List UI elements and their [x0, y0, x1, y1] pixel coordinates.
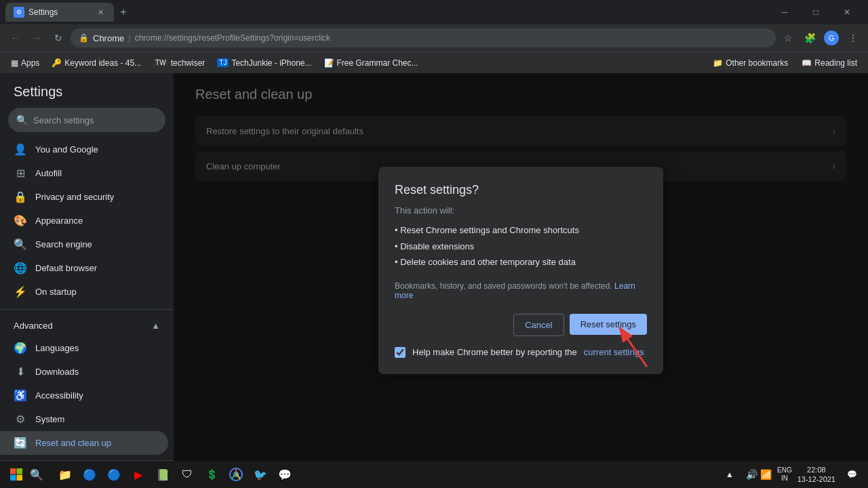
taskbar-twitter-icon[interactable]: 🐦: [250, 464, 271, 485]
sidebar-item-on-startup[interactable]: ⚡ On startup: [0, 280, 168, 304]
bookmark-techjunkie[interactable]: TJ TechJunkie - iPhone...: [212, 56, 317, 70]
region-text: IN: [781, 474, 788, 483]
taskbar-btt-icon[interactable]: 💲: [201, 464, 222, 485]
date-text: 13-12-2021: [797, 474, 835, 484]
bookmark-apps-label: Apps: [21, 58, 39, 68]
language-indicator[interactable]: ENG IN: [777, 466, 792, 483]
sidebar-item-autofill[interactable]: ⊞ Autofill: [0, 161, 168, 185]
taskbar-chrome-icon[interactable]: [225, 464, 247, 485]
modal-overlay[interactable]: Reset settings? This action will: • Rese…: [174, 73, 868, 468]
tab-close-button[interactable]: ✕: [95, 7, 106, 18]
nav-bar: ← → ↻ 🔒 Chrome | chrome://settings/reset…: [0, 24, 868, 52]
dialog-list-item-1: • Reset Chrome settings and Chrome short…: [395, 222, 647, 238]
taskbar-edge-icon[interactable]: 🔵: [79, 464, 100, 485]
taskbar-right: ▲ 🔊 📶 ENG IN 22:08 13-12-2021 💬: [719, 464, 863, 485]
dialog-note: Bookmarks, history, and saved passwords …: [395, 281, 647, 300]
bookmark-folder-icon: 📁: [713, 58, 723, 68]
checkbox-label: Help make Chrome better by reporting the: [412, 347, 577, 357]
taskbar-sheets-icon[interactable]: 📗: [152, 464, 174, 485]
window-controls: ─ □ ✕: [769, 0, 863, 24]
sidebar-item-you-google-label: You and Google: [35, 144, 98, 155]
sidebar-item-search-engine[interactable]: 🔍 Search engine: [0, 232, 168, 256]
sidebar-item-you-and-google[interactable]: 👤 You and Google: [0, 138, 168, 161]
extension-button[interactable]: 🧩: [800, 28, 819, 47]
cancel-button[interactable]: Cancel: [513, 314, 564, 336]
you-google-icon: 👤: [14, 143, 27, 156]
sidebar-item-languages[interactable]: 🌍 Languages: [0, 336, 168, 360]
sidebar-item-autofill-label: Autofill: [35, 168, 62, 178]
tab-favicon: ⚙: [14, 7, 24, 18]
notification-button[interactable]: 💬: [841, 464, 863, 485]
sidebar-item-appearance-label: Appearance: [35, 216, 83, 226]
minimize-button[interactable]: ─: [769, 0, 800, 24]
url-site: Chrome: [93, 33, 124, 43]
settings-tab[interactable]: ⚙ Settings ✕: [5, 3, 114, 22]
new-tab-button[interactable]: +: [114, 3, 133, 22]
sidebar-item-search-engine-label: Search engine: [35, 239, 92, 249]
sidebar-divider-1: [0, 309, 174, 310]
taskbar-clock[interactable]: 22:08 13-12-2021: [797, 465, 835, 485]
taskbar-youtube-icon[interactable]: ▶: [127, 464, 149, 485]
bookmark-grammar-label: Free Grammar Chec...: [337, 58, 418, 68]
taskbar-up-arrow[interactable]: ▲: [719, 464, 741, 485]
taskbar: 🔍 📁 🔵 🔵 ▶ 📗 🛡 💲 🐦 💬 ▲ 🔊 📶 ENG: [0, 461, 868, 488]
sidebar-item-privacy[interactable]: 🔒 Privacy and security: [0, 185, 168, 209]
maximize-button[interactable]: □: [800, 0, 831, 24]
profile-button[interactable]: G: [822, 28, 841, 47]
taskbar-icons: 📁 🔵 🔵 ▶ 📗 🛡 💲 🐦 💬: [54, 464, 296, 485]
bookmark-techwiser-label: techwiser: [171, 58, 205, 68]
advanced-label: Advanced: [14, 321, 53, 331]
other-bookmarks[interactable]: 📁 Other bookmarks: [707, 56, 793, 70]
forward-button[interactable]: →: [27, 28, 46, 47]
sidebar-item-system[interactable]: ⚙ System: [0, 407, 168, 431]
time-text: 22:08: [807, 465, 826, 474]
autofill-icon: ⊞: [14, 167, 27, 180]
sidebar-item-downloads[interactable]: ⬇ Downloads: [0, 360, 168, 384]
reporting-checkbox[interactable]: [395, 347, 406, 358]
refresh-button[interactable]: ↻: [49, 28, 68, 47]
sidebar-item-privacy-label: Privacy and security: [35, 192, 114, 202]
title-bar: ⚙ Settings ✕ + ─ □ ✕: [0, 0, 868, 24]
bookmark-apps[interactable]: ▦ Apps: [5, 56, 45, 70]
bookmark-grammar[interactable]: 📝 Free Grammar Chec...: [319, 56, 424, 70]
taskbar-search-button[interactable]: 🔍: [30, 464, 52, 485]
sidebar-item-accessibility[interactable]: ♿ Accessibility: [0, 384, 168, 407]
language-text: ENG: [777, 466, 792, 474]
start-button[interactable]: [5, 464, 27, 485]
back-button[interactable]: ←: [5, 28, 24, 47]
reading-list[interactable]: 📖 Reading list: [796, 56, 863, 70]
bookmark-keyword[interactable]: 🔑 Keyword ideas - 45...: [46, 56, 146, 70]
appearance-icon: 🎨: [14, 214, 27, 227]
tab-bar: ⚙ Settings ✕ +: [5, 3, 769, 22]
other-bookmarks-label: Other bookmarks: [726, 58, 788, 68]
sidebar-item-system-label: System: [35, 414, 64, 424]
taskbar-whatsapp-icon[interactable]: 💬: [274, 464, 296, 485]
search-engine-icon: 🔍: [14, 238, 27, 251]
sidebar-item-default-browser[interactable]: 🌐 Default browser: [0, 256, 168, 280]
sidebar-item-downloads-label: Downloads: [35, 367, 79, 377]
taskbar-google-drive-icon[interactable]: 🔵: [103, 464, 125, 485]
close-button[interactable]: ✕: [831, 0, 863, 24]
dialog-checkbox-area[interactable]: Help make Chrome better by reporting the…: [395, 347, 647, 358]
bookmark-button[interactable]: ☆: [778, 28, 797, 47]
taskbar-files-icon[interactable]: 📁: [54, 464, 76, 485]
menu-button[interactable]: ⋮: [844, 28, 863, 47]
svg-rect-5: [17, 475, 23, 481]
address-bar[interactable]: 🔒 Chrome | chrome://settings/resetProfil…: [71, 28, 776, 47]
url-separator: |: [128, 33, 130, 43]
keyword-icon: 🔑: [52, 58, 62, 68]
sidebar-search[interactable]: 🔍 Search settings: [8, 108, 165, 132]
browser-chrome: ⚙ Settings ✕ + ─ □ ✕ ← → ↻ 🔒 Chrome | ch…: [0, 0, 868, 73]
bookmarks-bar: ▦ Apps 🔑 Keyword ideas - 45... TW techwi…: [0, 52, 868, 73]
svg-line-1: [623, 333, 647, 367]
taskbar-brave-icon[interactable]: 🛡: [176, 464, 198, 485]
settings-page-title: Settings: [0, 79, 174, 108]
svg-rect-2: [10, 468, 16, 474]
advanced-section-header[interactable]: Advanced ▲: [0, 315, 174, 336]
main-area: Settings 🔍 Search settings 👤 You and Goo…: [0, 73, 868, 468]
sidebar-item-reset[interactable]: 🔄 Reset and clean up: [0, 431, 168, 455]
sidebar-item-appearance[interactable]: 🎨 Appearance: [0, 209, 168, 232]
sidebar-item-languages-label: Languages: [35, 343, 79, 353]
bookmark-techwiser[interactable]: TW techwiser: [148, 56, 210, 70]
wifi-icon: 📶: [760, 469, 772, 480]
